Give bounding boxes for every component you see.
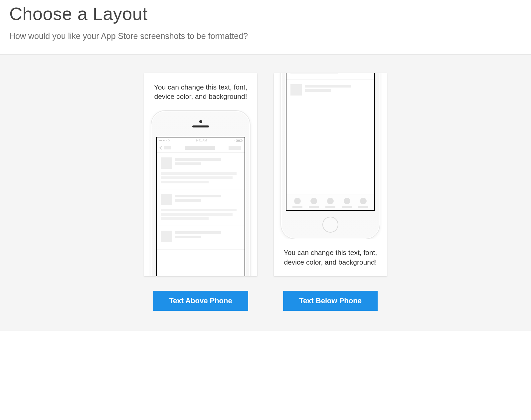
text-placeholder (161, 217, 209, 220)
select-text-below-button[interactable]: Text Below Phone (283, 291, 378, 311)
tab-label-placeholder (325, 206, 335, 208)
tab-label-placeholder (309, 206, 319, 208)
phone-frame (280, 73, 380, 239)
avatar-placeholder (161, 157, 172, 169)
nav-bar (157, 143, 245, 153)
tab-item (309, 198, 319, 208)
text-placeholder (161, 176, 233, 179)
nav-title-placeholder (185, 146, 215, 150)
tab-item (342, 198, 352, 208)
phone-screen: ◇ 9:41 AM ᚼ (156, 137, 245, 276)
tab-icon (327, 198, 334, 204)
preview-card-text-below[interactable]: You can change this text, font, device c… (274, 73, 387, 276)
feed-body (157, 153, 245, 250)
tab-icon (294, 198, 301, 204)
avatar-placeholder (161, 194, 172, 205)
text-placeholder (161, 213, 233, 216)
text-placeholder (290, 73, 338, 74)
tab-bar (286, 194, 374, 210)
wifi-icon: ◇ (168, 139, 170, 142)
phone-notch-area (151, 111, 250, 137)
text-placeholder (161, 181, 209, 183)
avatar-placeholder (290, 84, 302, 96)
preview-card-text-above[interactable]: You can change this text, font, device c… (144, 73, 257, 276)
status-bar: ◇ 9:41 AM ᚼ (157, 137, 245, 143)
text-placeholder (175, 158, 221, 161)
home-button-icon (322, 217, 338, 233)
page-subtitle: How would you like your App Store screen… (9, 31, 522, 41)
avatar-placeholder (161, 231, 172, 242)
tab-label-placeholder (342, 206, 352, 208)
tab-icon (344, 198, 350, 204)
tab-icon (310, 198, 317, 204)
preview-caption-text: You can change this text, font, device c… (274, 239, 387, 276)
phone-home-area (281, 211, 380, 239)
signal-icon (159, 140, 167, 141)
layout-options-section: You can change this text, font, device c… (0, 55, 531, 331)
text-placeholder (161, 209, 237, 211)
header-section: Choose a Layout How would you like your … (0, 0, 531, 55)
text-placeholder (305, 89, 331, 92)
phone-screen (286, 73, 375, 211)
tab-label-placeholder (292, 206, 302, 208)
text-placeholder (175, 199, 201, 202)
text-placeholder (175, 162, 201, 165)
bluetooth-icon: ᚼ (233, 139, 235, 142)
nav-right-placeholder (229, 146, 241, 150)
list-item (157, 189, 245, 226)
tab-item (292, 198, 302, 208)
text-placeholder (305, 85, 351, 88)
status-left: ◇ (159, 139, 170, 142)
status-right: ᚼ (233, 139, 242, 142)
page-title: Choose a Layout (9, 3, 522, 24)
text-placeholder (175, 231, 221, 234)
phone-mockup-top: ◇ 9:41 AM ᚼ (144, 110, 257, 276)
list-item (286, 80, 374, 103)
phone-frame: ◇ 9:41 AM ᚼ (151, 110, 251, 276)
text-placeholder (175, 195, 221, 197)
tab-item (325, 198, 335, 208)
text-placeholder (175, 236, 201, 238)
nav-back (160, 146, 171, 149)
option-text-above: You can change this text, font, device c… (144, 73, 257, 311)
tab-label-placeholder (358, 206, 368, 208)
list-item (157, 226, 245, 250)
option-text-below: You can change this text, font, device c… (274, 73, 387, 311)
phone-speaker-icon (192, 125, 209, 127)
list-item (286, 73, 374, 80)
nav-back-placeholder (164, 146, 171, 149)
chevron-left-icon (159, 146, 163, 150)
phone-mockup-bottom (274, 73, 387, 239)
feed-body (286, 73, 374, 194)
preview-caption-text: You can change this text, font, device c… (144, 73, 257, 110)
text-placeholder (161, 172, 237, 175)
select-text-above-button[interactable]: Text Above Phone (153, 291, 248, 311)
tab-icon (360, 198, 367, 204)
battery-icon (236, 139, 242, 142)
tab-item (358, 198, 368, 208)
list-item (157, 153, 245, 189)
status-time: 9:41 AM (196, 139, 207, 142)
phone-camera-icon (199, 120, 202, 123)
